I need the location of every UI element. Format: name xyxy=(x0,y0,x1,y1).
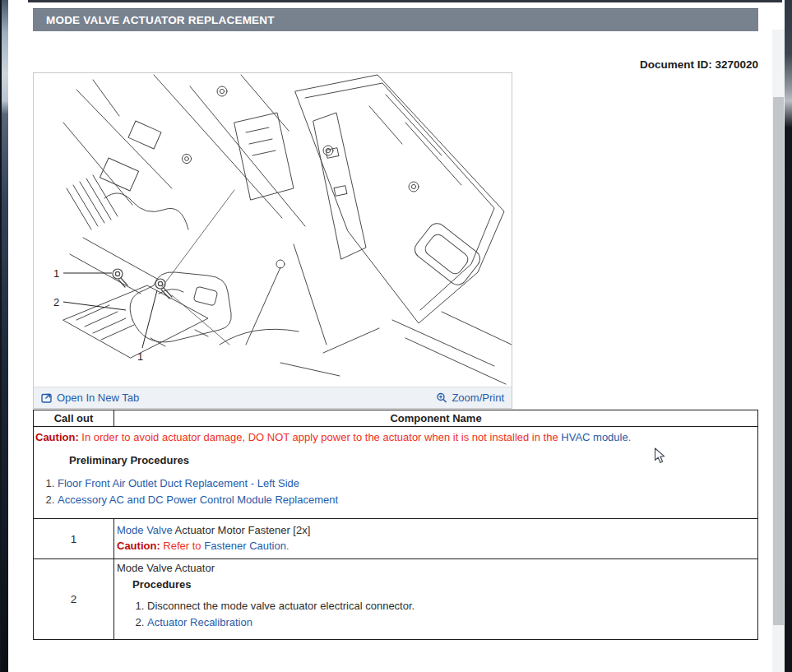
row-caution-line: Caution: Refer to Fastener Caution. xyxy=(117,538,754,554)
open-in-new-tab-icon xyxy=(41,392,53,403)
figure-callout-1b: 1 xyxy=(137,350,143,363)
component-table: Call out Component Name Caution: In orde… xyxy=(33,410,758,640)
floor-duct-replacement-link[interactable]: Floor Front Air Outlet Duct Replacement … xyxy=(58,477,299,489)
list-item: Actuator Recalibration xyxy=(147,614,754,631)
page-title: MODE VALVE ACTUATOR REPLACEMENT xyxy=(33,14,275,26)
actuator-recalibration-link[interactable]: Actuator Recalibration xyxy=(147,616,252,628)
list-item: Accessory AC and DC Power Control Module… xyxy=(58,492,756,508)
caution-label: Caution: xyxy=(117,540,160,552)
component-name-line: Mode Valve Actuator Motor Fastener [2x] xyxy=(117,522,754,538)
component-name-line: Mode Valve Actuator xyxy=(117,562,754,574)
fastener-caution-link[interactable]: Fastener Caution xyxy=(204,540,286,552)
figure-callout-1: 1 xyxy=(53,267,59,280)
mode-valve-link[interactable]: Mode Valve xyxy=(117,524,173,536)
list-item: Disconnect the mode valve actuator elect… xyxy=(147,598,754,614)
procedures-list: Disconnect the mode valve actuator elect… xyxy=(117,598,754,631)
component-name-rest: Actuator Motor Fastener [2x] xyxy=(175,524,311,536)
window-top-border xyxy=(28,0,782,2)
caution-row: Caution: In order to avoid actuator dama… xyxy=(34,427,758,519)
callout-number: 2 xyxy=(34,559,114,640)
column-header-callout: Call out xyxy=(34,410,114,427)
procedures-title: Procedures xyxy=(132,578,754,591)
figure-illustration: 1 2 1 xyxy=(34,73,512,387)
window-edge-left-line xyxy=(0,0,2,672)
caution-text: In order to avoid actuator damage, DO NO… xyxy=(81,431,558,443)
hvac-module-link[interactable]: HVAC module xyxy=(561,431,628,443)
zoom-print-label: Zoom/Print xyxy=(452,392,504,404)
figure-callout-2: 2 xyxy=(53,296,59,308)
table-row: 1 Mode Valve Actuator Motor Fastener [2x… xyxy=(34,519,758,559)
caution-label: Caution: xyxy=(35,431,79,443)
open-in-new-tab-label: Open In New Tab xyxy=(57,392,139,404)
open-in-new-tab-link[interactable]: Open In New Tab xyxy=(41,392,139,404)
preliminary-procedures-list: Floor Front Air Outlet Duct Replacement … xyxy=(35,475,756,508)
callout-number: 1 xyxy=(34,519,114,559)
power-control-module-link[interactable]: Accessory AC and DC Power Control Module… xyxy=(58,494,338,506)
caution-suffix: . xyxy=(286,540,289,552)
hvac-line-drawing: 1 2 1 xyxy=(34,73,512,387)
column-header-component: Component Name xyxy=(114,410,758,427)
scrollbar-thumb[interactable] xyxy=(773,97,784,625)
zoom-print-icon xyxy=(436,392,447,404)
mouse-cursor xyxy=(654,447,667,464)
caution-paragraph: Caution: In order to avoid actuator dama… xyxy=(35,431,756,443)
document-id: Document ID: 3270020 xyxy=(640,58,758,71)
service-document-page: MODE VALVE ACTUATOR REPLACEMENT Document… xyxy=(0,0,792,672)
list-item: Floor Front Air Outlet Duct Replacement … xyxy=(58,475,756,492)
section-title-bar: MODE VALVE ACTUATOR REPLACEMENT xyxy=(33,8,758,31)
caution-text: Refer to xyxy=(163,540,201,552)
caution-suffix: . xyxy=(628,431,632,443)
zoom-print-link[interactable]: Zoom/Print xyxy=(436,392,504,404)
table-header-row: Call out Component Name xyxy=(34,410,758,427)
figure-toolbar: Open In New Tab Zoom/Print xyxy=(34,387,512,408)
table-row: 2 Mode Valve Actuator Procedures Disconn… xyxy=(34,559,758,640)
figure-panel: 1 2 1 Open In New Tab Zoom xyxy=(33,72,512,409)
window-edge-right xyxy=(785,0,792,672)
preliminary-procedures-title: Preliminary Procedures xyxy=(69,454,756,466)
vertical-scrollbar[interactable] xyxy=(772,30,785,672)
